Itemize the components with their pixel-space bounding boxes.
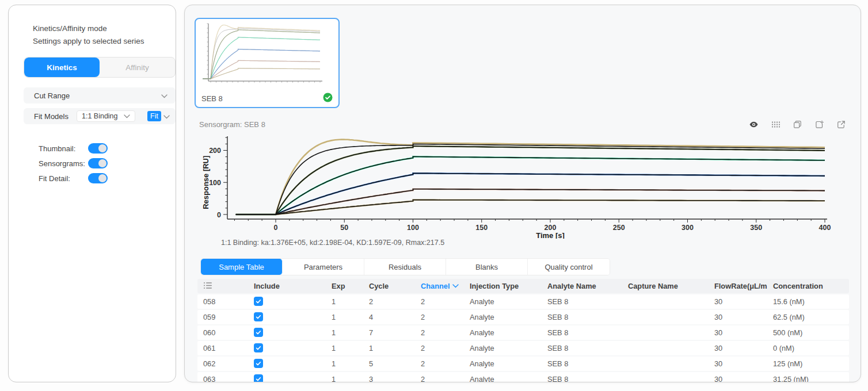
include-checkbox[interactable] — [254, 312, 263, 321]
row-id: 058 — [197, 297, 248, 306]
cell: SEB 8 — [542, 375, 622, 382]
toggle-switch[interactable] — [88, 173, 108, 183]
column-header-injection-type: Injection Type — [464, 282, 542, 290]
chart-toolbar — [748, 119, 846, 129]
cell: 1 — [326, 313, 363, 321]
settings-panel: Kinetics/Affinity mode Settings apply to… — [8, 5, 176, 382]
svg-text:0: 0 — [274, 224, 278, 232]
panel-title-line2: Settings apply to selected series — [33, 35, 144, 48]
column-header-channel[interactable]: Channel — [415, 282, 464, 290]
chevron-down-icon — [161, 91, 167, 100]
cell: 3 — [363, 375, 415, 382]
toggle-label: Sensorgrams: — [39, 159, 88, 168]
cell: 2 — [415, 297, 464, 306]
cell: 2 — [415, 344, 464, 352]
cell: 31.25 (nM) — [767, 375, 849, 382]
thumbnail-sensorgram — [196, 19, 337, 91]
analysis-panel: SEB 8 Sensorgram: SEB 8 0501001502002503… — [184, 5, 861, 382]
sample-table: IncludeExpCycleChannelInjection TypeAnal… — [197, 279, 849, 382]
cell: 1 — [326, 375, 363, 382]
svg-text:Response [RU]: Response [RU] — [201, 156, 210, 209]
cell: 500 (nM) — [767, 328, 849, 337]
export-icon[interactable] — [814, 119, 824, 129]
thumbnail-card[interactable]: SEB 8 — [195, 18, 340, 108]
row-id: 062 — [197, 359, 248, 368]
result-tabs: Sample TableParametersResidualsBlanksQua… — [200, 258, 610, 275]
cell: SEB 8 — [542, 344, 622, 352]
table-row[interactable]: 062152AnalyteSEB 830125 (nM) — [197, 356, 849, 371]
svg-text:100: 100 — [407, 224, 419, 232]
toggle-switch[interactable] — [88, 158, 108, 168]
cell: SEB 8 — [542, 328, 622, 337]
svg-text:150: 150 — [475, 224, 488, 232]
cell: 5 — [363, 359, 415, 368]
table-body: 058122AnalyteSEB 83015.6 (nM)059142Analy… — [197, 294, 849, 382]
cell: 15.6 (nM) — [767, 297, 849, 306]
cell: 1 — [326, 328, 363, 337]
tab-affinity[interactable]: Affinity — [100, 57, 175, 77]
svg-text:50: 50 — [340, 224, 348, 232]
copy-icon[interactable] — [792, 119, 802, 129]
tab-residuals[interactable]: Residuals — [364, 259, 446, 275]
include-checkbox[interactable] — [254, 374, 263, 382]
table-row[interactable]: 063132AnalyteSEB 83031.25 (nM) — [197, 372, 849, 382]
toggle-label: Thumbnail: — [39, 144, 88, 153]
svg-text:0: 0 — [217, 211, 221, 219]
row-id: 063 — [197, 375, 248, 382]
tab-sample-table[interactable]: Sample Table — [201, 259, 283, 275]
tab-quality-control[interactable]: Quality control — [528, 259, 610, 275]
include-checkbox[interactable] — [254, 343, 263, 352]
toggle-row: Fit Detail: — [39, 173, 108, 183]
sensorgram-header: Sensorgram: SEB 8 — [199, 118, 846, 131]
fit-model-value: 1:1 Binding — [82, 112, 118, 120]
open-external-icon[interactable] — [836, 119, 846, 129]
fit-menu-chevron-icon[interactable] — [163, 112, 170, 121]
table-row[interactable]: 058122AnalyteSEB 83015.6 (nM) — [197, 294, 849, 309]
fit-models-label: Fit Models — [34, 112, 68, 121]
visibility-icon[interactable] — [748, 119, 759, 129]
sensorgram-chart[interactable]: 0501001502002503003504000100200Response … — [201, 132, 846, 239]
grid-icon[interactable] — [770, 119, 781, 129]
cell: 2 — [363, 297, 415, 306]
include-checkbox[interactable] — [254, 359, 263, 368]
cell: Analyte — [464, 359, 542, 368]
column-header-analyte-name: Analyte Name — [542, 282, 622, 290]
cell: 30 — [709, 344, 767, 352]
cell: 30 — [709, 359, 767, 368]
cut-range-dropdown[interactable]: Cut Range — [24, 87, 176, 103]
tab-blanks[interactable]: Blanks — [446, 259, 528, 275]
column-header-include: Include — [248, 282, 326, 290]
cell: 4 — [363, 313, 415, 321]
table-row[interactable]: 061112AnalyteSEB 8300 (nM) — [197, 341, 849, 355]
cell: Analyte — [464, 328, 542, 337]
svg-text:250: 250 — [613, 224, 625, 232]
cell: 30 — [709, 328, 767, 337]
fit-model-select[interactable]: 1:1 Binding — [77, 110, 135, 122]
cell: SEB 8 — [542, 297, 622, 306]
toggle-switch[interactable] — [88, 143, 108, 154]
cell: 30 — [709, 375, 767, 382]
check-circle-icon — [323, 93, 333, 105]
display-toggles: Thumbnail:Sensorgrams:Fit Detail: — [39, 143, 108, 183]
sensorgram-title: Sensorgram: SEB 8 — [199, 120, 265, 129]
table-row[interactable]: 059142AnalyteSEB 83062.5 (nM) — [197, 310, 849, 324]
cell: 7 — [363, 328, 415, 337]
cell: 2 — [415, 328, 464, 337]
table-header: IncludeExpCycleChannelInjection TypeAnal… — [197, 279, 849, 293]
column-header-flowrate-l-min-: FlowRate(μL/min) — [709, 282, 767, 290]
chevron-down-icon — [124, 112, 130, 120]
include-checkbox[interactable] — [254, 328, 263, 337]
include-checkbox[interactable] — [254, 297, 263, 306]
table-row[interactable]: 060172AnalyteSEB 830500 (nM) — [197, 325, 849, 340]
cell: 30 — [709, 297, 767, 306]
cell: Analyte — [464, 313, 542, 321]
fit-button[interactable]: Fit — [147, 111, 161, 121]
tab-kinetics[interactable]: Kinetics — [24, 57, 100, 77]
app-window: Kinetics/Affinity mode Settings apply to… — [0, 0, 868, 391]
cell: 125 (nM) — [767, 359, 849, 368]
svg-text:200: 200 — [545, 224, 557, 232]
list-icon[interactable] — [197, 281, 248, 292]
tab-parameters[interactable]: Parameters — [283, 259, 364, 275]
toggle-row: Thumbnail: — [39, 143, 108, 154]
cell: 62.5 (nM) — [767, 313, 849, 321]
